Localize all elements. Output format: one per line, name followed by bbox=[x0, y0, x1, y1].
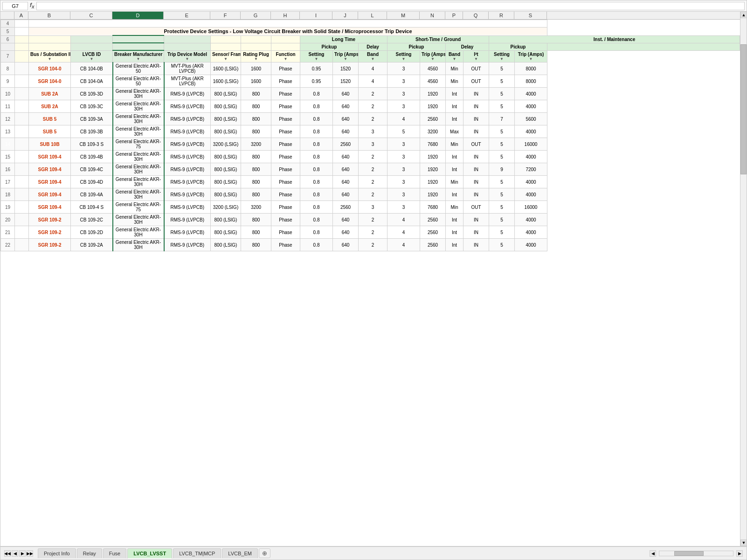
st-band-13[interactable]: Max bbox=[446, 125, 463, 138]
lt-setting-16[interactable]: 0.8 bbox=[300, 163, 333, 176]
breaker-mfg-19[interactable]: General Electric AKR-75 bbox=[113, 201, 164, 214]
st-trip-16[interactable]: 1920 bbox=[420, 163, 446, 176]
table-row[interactable]: 16 SGR 109-4 CB 109-4C General Electric … bbox=[1, 163, 740, 176]
sensor-frame-12[interactable]: 800 (LSIG) bbox=[211, 113, 241, 125]
rating-plug-11[interactable]: 800 bbox=[241, 100, 271, 113]
st-i2t-21[interactable]: IN bbox=[463, 226, 489, 239]
bus-id-11[interactable]: SUB 2A bbox=[29, 100, 71, 113]
lt-trip-20[interactable]: 640 bbox=[333, 214, 359, 226]
im-trip-11[interactable]: 4000 bbox=[515, 100, 547, 113]
lt-setting-14[interactable]: 0.8 bbox=[300, 138, 333, 151]
filter-st-trip[interactable]: ▼ bbox=[422, 57, 444, 61]
trip-device-11[interactable]: RMS-9 (LVPCB) bbox=[164, 100, 211, 113]
lt-setting-22[interactable]: 0.8 bbox=[300, 239, 333, 251]
lt-setting-20[interactable]: 0.8 bbox=[300, 214, 333, 226]
tab-lvcb-em[interactable]: LVCB_EM bbox=[222, 548, 258, 558]
lt-trip-15[interactable]: 640 bbox=[333, 151, 359, 163]
col-header-m[interactable]: M bbox=[387, 12, 420, 19]
im-trip-20[interactable]: 4000 bbox=[515, 214, 547, 226]
im-setting-15[interactable]: 5 bbox=[489, 151, 515, 163]
col-header-i[interactable]: I bbox=[300, 12, 332, 19]
table-row[interactable]: 10 SUB 2A CB 109-3D General Electric AKR… bbox=[1, 88, 740, 100]
filter-st-i2t[interactable]: ▼ bbox=[465, 57, 487, 61]
lt-setting-19[interactable]: 0.8 bbox=[300, 201, 333, 214]
tab-last-button[interactable]: ▶▶ bbox=[27, 550, 33, 557]
st-setting-14[interactable]: 3 bbox=[387, 138, 420, 151]
st-setting-19[interactable]: 3 bbox=[387, 201, 420, 214]
trip-device-9[interactable]: MVT-Plus (AKR LVPCB) bbox=[164, 75, 211, 88]
st-setting-20[interactable]: 4 bbox=[387, 214, 420, 226]
breaker-mfg-16[interactable]: General Electric AKR-30H bbox=[113, 163, 164, 176]
im-trip-15[interactable]: 4000 bbox=[515, 151, 547, 163]
st-setting-22[interactable]: 4 bbox=[387, 239, 420, 251]
st-band-14[interactable]: Min bbox=[446, 138, 463, 151]
rating-plug-12[interactable]: 800 bbox=[241, 113, 271, 125]
table-row[interactable]: 14 SUB 10B CB 109-3 S General Electric A… bbox=[1, 138, 740, 151]
breaker-mfg-8[interactable]: General Electric AKR-50 bbox=[113, 62, 164, 75]
im-trip-22[interactable]: 4000 bbox=[515, 239, 547, 251]
breaker-mfg-18[interactable]: General Electric AKR-30H bbox=[113, 188, 164, 201]
sensor-frame-18[interactable]: 800 (LSIG) bbox=[211, 188, 241, 201]
st-band-9[interactable]: Min bbox=[446, 75, 463, 88]
st-i2t-18[interactable]: IN bbox=[463, 188, 489, 201]
st-trip-12[interactable]: 2560 bbox=[420, 113, 446, 125]
bus-id-16[interactable]: SGR 109-4 bbox=[29, 163, 71, 176]
st-trip-19[interactable]: 7680 bbox=[420, 201, 446, 214]
function-21[interactable]: Phase bbox=[271, 226, 300, 239]
st-trip-10[interactable]: 1920 bbox=[420, 88, 446, 100]
trip-device-21[interactable]: RMS-9 (LVPCB) bbox=[164, 226, 211, 239]
lvcb-id-10[interactable]: CB 109-3D bbox=[71, 88, 113, 100]
rating-plug-8[interactable]: 1600 bbox=[241, 62, 271, 75]
tab-lvcb-lvsst[interactable]: LVCB_LVSST bbox=[127, 548, 172, 559]
st-i2t-11[interactable]: IN bbox=[463, 100, 489, 113]
filter-lt-setting[interactable]: ▼ bbox=[302, 57, 331, 61]
st-band-12[interactable]: Int bbox=[446, 113, 463, 125]
st-trip-13[interactable]: 3200 bbox=[420, 125, 446, 138]
lt-setting-12[interactable]: 0.8 bbox=[300, 113, 333, 125]
st-band-19[interactable]: Min bbox=[446, 201, 463, 214]
im-setting-20[interactable]: 5 bbox=[489, 214, 515, 226]
tab-fuse[interactable]: Fuse bbox=[103, 548, 126, 558]
st-trip-21[interactable]: 2560 bbox=[420, 226, 446, 239]
col-header-j[interactable]: J bbox=[332, 12, 358, 19]
tab-first-button[interactable]: ◀◀ bbox=[4, 550, 11, 557]
rating-plug-17[interactable]: 800 bbox=[241, 176, 271, 188]
lt-trip-21[interactable]: 640 bbox=[333, 226, 359, 239]
sensor-frame-13[interactable]: 800 (LSIG) bbox=[211, 125, 241, 138]
bus-id-10[interactable]: SUB 2A bbox=[29, 88, 71, 100]
filter-st-setting[interactable]: ▼ bbox=[389, 57, 418, 61]
im-setting-18[interactable]: 5 bbox=[489, 188, 515, 201]
st-setting-9[interactable]: 3 bbox=[387, 75, 420, 88]
tab-relay[interactable]: Relay bbox=[77, 548, 102, 558]
function-18[interactable]: Phase bbox=[271, 188, 300, 201]
st-trip-18[interactable]: 1920 bbox=[420, 188, 446, 201]
trip-device-12[interactable]: RMS-9 (LVPCB) bbox=[164, 113, 211, 125]
st-trip-17[interactable]: 1920 bbox=[420, 176, 446, 188]
table-row[interactable]: 8 SGR 104-0 CB 104-0B General Electric A… bbox=[1, 62, 740, 75]
col-header-n[interactable]: N bbox=[420, 12, 445, 19]
st-band-11[interactable]: Int bbox=[446, 100, 463, 113]
lt-setting-18[interactable]: 0.8 bbox=[300, 188, 333, 201]
bus-id-15[interactable]: SGR 109-4 bbox=[29, 151, 71, 163]
st-setting-12[interactable]: 4 bbox=[387, 113, 420, 125]
filter-lt-band[interactable]: ▼ bbox=[360, 57, 386, 61]
im-setting-13[interactable]: 5 bbox=[489, 125, 515, 138]
breaker-mfg-13[interactable]: General Electric AKR-30H bbox=[113, 125, 164, 138]
filter-im-setting[interactable]: ▼ bbox=[491, 57, 513, 61]
st-band-15[interactable]: Int bbox=[446, 151, 463, 163]
lt-setting-10[interactable]: 0.8 bbox=[300, 88, 333, 100]
lvcb-id-20[interactable]: CB 109-2C bbox=[71, 214, 113, 226]
breaker-mfg-9[interactable]: General Electric AKR-50 bbox=[113, 75, 164, 88]
rating-plug-15[interactable]: 800 bbox=[241, 151, 271, 163]
breaker-mfg-17[interactable]: General Electric AKR-30H bbox=[113, 176, 164, 188]
tab-prev-button[interactable]: ◀ bbox=[12, 550, 18, 557]
sensor-frame-22[interactable]: 800 (LSIG) bbox=[211, 239, 241, 251]
sensor-frame-14[interactable]: 3200 (LSIG) bbox=[211, 138, 241, 151]
st-band-16[interactable]: Int bbox=[446, 163, 463, 176]
st-i2t-9[interactable]: OUT bbox=[463, 75, 489, 88]
sensor-frame-15[interactable]: 800 (LSIG) bbox=[211, 151, 241, 163]
function-11[interactable]: Phase bbox=[271, 100, 300, 113]
col-header-d[interactable]: D bbox=[112, 12, 164, 19]
st-band-17[interactable]: Min bbox=[446, 176, 463, 188]
filter-function[interactable]: ▼ bbox=[273, 57, 298, 61]
